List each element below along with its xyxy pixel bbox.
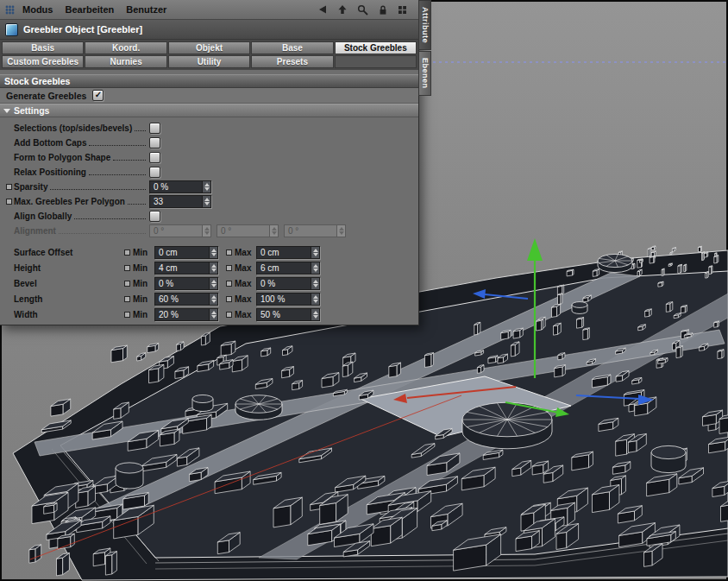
- greeble-face: [425, 354, 432, 367]
- tab-attribute[interactable]: Attribute: [418, 0, 431, 50]
- menu-bearbeiten[interactable]: Bearbeiten: [59, 4, 120, 15]
- field-width-min[interactable]: 20 %: [154, 308, 218, 321]
- tab-koord[interactable]: Koord.: [85, 41, 166, 54]
- field-value: 0 °: [150, 225, 202, 237]
- tab-utility[interactable]: Utility: [168, 55, 250, 68]
- greeble-face: [474, 325, 478, 335]
- row-relax-positioning: Relax Positioning: [6, 165, 418, 180]
- section-header-stock-greebles[interactable]: Stock Greebles: [0, 74, 418, 88]
- spinner[interactable]: [202, 196, 210, 207]
- field-bevel-max[interactable]: 0 %: [256, 277, 320, 290]
- keyframe-dot[interactable]: [226, 296, 232, 302]
- menu-modus[interactable]: Modus: [16, 4, 59, 15]
- magnifier-icon[interactable]: [357, 4, 368, 16]
- dotted-leader: [135, 130, 146, 131]
- spinner[interactable]: [209, 247, 217, 258]
- field-length-max[interactable]: 100 %: [256, 293, 320, 306]
- keyframe-dot[interactable]: [226, 265, 232, 271]
- greeble-face: [593, 270, 597, 276]
- row-max-greebles: Max. Greebles Per Polygon 33: [6, 194, 418, 209]
- application-window: Modus Bearbeiten Benutzer: [0, 0, 728, 581]
- spinner[interactable]: [209, 278, 217, 289]
- tab-custom-greebles[interactable]: Custom Greebles: [2, 55, 84, 68]
- greeble-face: [650, 248, 651, 256]
- spinner[interactable]: [209, 309, 217, 320]
- keyframe-dot[interactable]: [124, 281, 130, 287]
- tab-nurnies[interactable]: Nurnies: [85, 55, 166, 68]
- row-align-globally: Align Globally: [6, 209, 418, 224]
- spinner[interactable]: [209, 294, 217, 305]
- field-value: 0 cm: [155, 247, 209, 258]
- option-label: Surface Offset: [14, 248, 72, 257]
- greeble-face: [721, 504, 728, 521]
- keyframe-dot[interactable]: [226, 281, 232, 287]
- checkbox-add-bottom-caps[interactable]: [149, 137, 160, 148]
- spinner-up-icon: [313, 280, 318, 283]
- option-label: Bevel: [14, 279, 37, 288]
- tab-basis[interactable]: Basis: [2, 41, 84, 54]
- keyframe-dot[interactable]: [6, 199, 12, 205]
- spinner-up-icon: [272, 227, 277, 231]
- field-surface-offset-max[interactable]: 0 cm: [256, 246, 320, 259]
- spinner[interactable]: [209, 262, 217, 274]
- greeble-face: [221, 344, 231, 356]
- checkbox-selections[interactable]: [149, 123, 160, 134]
- lock-icon[interactable]: [378, 4, 388, 16]
- field-bevel-min[interactable]: 0 %: [154, 277, 218, 290]
- greeble-face: [389, 365, 397, 377]
- keyframe-dot[interactable]: [124, 312, 130, 318]
- dotted-leader: [89, 174, 146, 175]
- greeble-disc: [192, 395, 213, 402]
- spinner[interactable]: [202, 181, 210, 193]
- greeble-face: [177, 344, 181, 350]
- keyframe-dot[interactable]: [124, 249, 130, 256]
- greeble-face: [587, 328, 589, 339]
- spinner[interactable]: [311, 309, 319, 320]
- greeble-face: [616, 439, 627, 456]
- spinner[interactable]: [311, 262, 319, 274]
- greeble-face: [93, 553, 104, 566]
- keyframe-dot[interactable]: [226, 312, 232, 318]
- menu-benutzer[interactable]: Benutzer: [120, 4, 173, 15]
- checkbox-form-to-polygon-shape[interactable]: [149, 152, 160, 163]
- spinner[interactable]: [311, 278, 319, 289]
- app-grid-icon[interactable]: [5, 5, 15, 15]
- tab-objekt[interactable]: Objekt: [168, 41, 250, 54]
- settings-group-header[interactable]: Settings: [0, 104, 418, 117]
- field-height-max[interactable]: 6 cm: [256, 262, 320, 275]
- up-arrow-icon[interactable]: [337, 4, 348, 15]
- field-height-min[interactable]: 4 cm: [154, 262, 218, 275]
- keyframe-dot[interactable]: [226, 249, 232, 256]
- spinner-up-icon: [313, 264, 318, 268]
- field-length-min[interactable]: 60 %: [154, 293, 218, 306]
- greeble-face: [555, 367, 563, 377]
- tab-ebenen[interactable]: Ebenen: [418, 51, 431, 96]
- grid-icon[interactable]: [398, 5, 407, 15]
- option-label: Width: [14, 310, 38, 319]
- field-surface-offset-min[interactable]: 0 cm: [154, 246, 218, 259]
- back-icon[interactable]: [317, 4, 328, 15]
- keyframe-dot[interactable]: [124, 296, 130, 302]
- tab-presets[interactable]: Presets: [251, 55, 333, 68]
- field-value: 0 %: [257, 278, 311, 289]
- checkbox-relax-positioning[interactable]: [149, 167, 160, 178]
- greeble-face: [650, 256, 654, 263]
- axis-y-arrowhead-icon[interactable]: [527, 238, 543, 261]
- checkbox-generate-greebles[interactable]: [92, 90, 104, 101]
- option-label: Add Bottom Caps: [14, 138, 86, 148]
- greeble-face: [371, 526, 391, 546]
- spinner[interactable]: [311, 247, 319, 258]
- keyframe-dot[interactable]: [124, 265, 130, 271]
- field-width-max[interactable]: 50 %: [256, 308, 320, 321]
- field-max-greebles[interactable]: 33: [149, 195, 211, 208]
- tab-stock-greebles[interactable]: Stock Greebles: [335, 41, 417, 54]
- field-alignment-p: 0 °: [217, 224, 279, 237]
- greeble-face: [681, 306, 685, 313]
- checkbox-align-globally[interactable]: [149, 211, 160, 222]
- keyframe-dot[interactable]: [6, 184, 12, 190]
- field-alignment-h: 0 °: [149, 224, 211, 237]
- spinner[interactable]: [311, 294, 319, 305]
- field-sparsity[interactable]: 0 %: [149, 180, 211, 193]
- spinner-down-icon: [313, 315, 318, 319]
- tab-base[interactable]: Base: [251, 41, 333, 54]
